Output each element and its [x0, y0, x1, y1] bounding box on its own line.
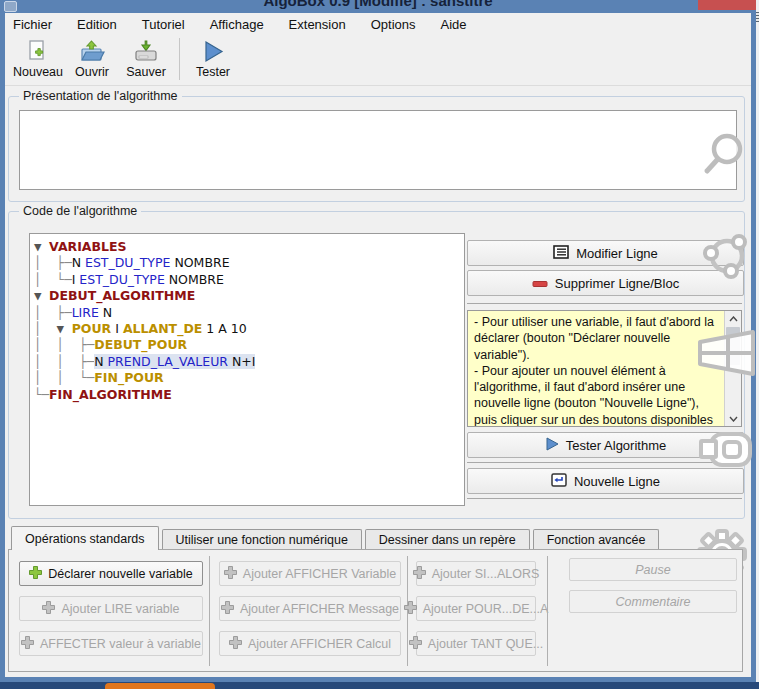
tree-guides: │ └─ — [34, 272, 72, 287]
algobox-window: AlgoBox 0.9 [Modifié] : sanstitre Fichie… — [0, 0, 756, 682]
menu-item-options[interactable]: Options — [371, 17, 416, 32]
menu-item-tutoriel[interactable]: Tutoriel — [142, 17, 185, 32]
tab-operations-standards[interactable]: Opérations standards — [11, 526, 159, 550]
action-button-label: Pause — [635, 563, 670, 577]
tree-row[interactable]: ▼ VARIABLES — [34, 239, 464, 255]
column-divider — [209, 556, 210, 666]
tab-fonction-avancee[interactable]: Fonction avancée — [533, 529, 660, 550]
tree-row[interactable]: │ │ ├─N PREND_LA_VALEUR N+I — [34, 354, 464, 370]
tree-line: N EST_DU_TYPE NOMBRE — [72, 255, 230, 270]
tree-row[interactable]: │ ├─LIRE N — [34, 305, 464, 321]
tree-row[interactable]: │ ▼ POUR I ALLANT_DE 1 A 10 — [34, 321, 464, 337]
menu-item-fichier[interactable]: Fichier — [13, 17, 52, 32]
tab-dessiner-dans-un-repere[interactable]: Dessiner dans un repère — [365, 529, 530, 550]
action-button-ajouter-pour-de-a[interactable]: Ajouter POUR...DE...A — [416, 596, 536, 621]
action-button-ajouter-afficher-message[interactable]: Ajouter AFFICHER Message — [219, 596, 401, 621]
tree-guides: │ │ ├─ — [34, 337, 94, 352]
toolbar-button-sauver[interactable]: Sauver — [119, 36, 173, 84]
plus-icon — [29, 566, 42, 582]
tree-line: FIN_ALGORITHME — [49, 387, 172, 402]
panel-separator — [467, 303, 742, 304]
scroll-up-arrow[interactable] — [725, 311, 741, 326]
action-button-ajouter-lire-variable[interactable]: Ajouter LIRE variable — [19, 596, 203, 621]
action-button-label: Commentaire — [615, 595, 690, 609]
title-bar[interactable]: AlgoBox 0.9 [Modifié] : sanstitre — [0, 0, 756, 13]
code-group-title: Code de l'algorithme — [19, 204, 141, 218]
tree-line: LIRE N — [72, 305, 113, 320]
action-button-label: AFFECTER valeur à variable — [40, 637, 201, 651]
action-button-declarer-nouvelle-variable[interactable]: Déclarer nouvelle variable — [19, 561, 203, 586]
tree-row[interactable]: │ ├─N EST_DU_TYPE NOMBRE — [34, 255, 464, 271]
tab-utiliser-une-fonction-numerique[interactable]: Utiliser une fonction numérique — [162, 529, 362, 550]
tree-line: FIN_POUR — [94, 370, 163, 385]
tree-line: VARIABLES — [49, 239, 126, 254]
toolbar-separator — [5, 85, 751, 86]
action-button-ajouter-afficher-variable[interactable]: Ajouter AFFICHER Variable — [219, 561, 401, 586]
plus-icon-disabled — [42, 601, 55, 617]
tree-guides: │ │ └─ — [34, 370, 94, 385]
tree-guides: │ ├─ — [34, 255, 72, 270]
expander-triangle-icon[interactable]: ▼ — [34, 288, 42, 303]
tree-row[interactable]: │ └─I EST_DU_TYPE NOMBRE — [34, 272, 464, 288]
modify-line-button[interactable]: Modifier Ligne — [467, 240, 744, 266]
toolbar-button-nouveau[interactable]: Nouveau — [11, 36, 65, 84]
algorithm-tree[interactable]: ▼ VARIABLES│ ├─N EST_DU_TYPE NOMBRE│ └─I… — [29, 233, 465, 506]
action-column-2: Ajouter AFFICHER VariableAjouter AFFICHE… — [219, 561, 401, 656]
action-button-ajouter-tant-que[interactable]: Ajouter TANT QUE... — [416, 631, 536, 656]
help-box: - Pour utiliser une variable, il faut d'… — [467, 310, 742, 427]
return-icon — [551, 473, 567, 490]
scrollbar-thumb[interactable] — [726, 327, 740, 365]
tree-guides: │ │ ├─ — [34, 354, 94, 369]
action-button-affecter-valeur-a-variable[interactable]: AFFECTER valeur à variable — [19, 631, 203, 656]
open-folder-icon — [79, 38, 105, 64]
menu-item-aide[interactable]: Aide — [441, 17, 467, 32]
client-area: FichierEditionTutorielAffichageExtension… — [5, 13, 751, 677]
presentation-textarea[interactable] — [19, 110, 737, 190]
scroll-down-arrow[interactable] — [725, 411, 741, 426]
close-button[interactable] — [698, 0, 757, 10]
tree-row[interactable]: ▼ DEBUT_ALGORITHME — [34, 288, 464, 304]
menu-item-extension[interactable]: Extension — [289, 17, 346, 32]
help-scrollbar[interactable] — [724, 311, 741, 426]
plus-icon-disabled — [229, 636, 242, 652]
action-button-ajouter-afficher-calcul[interactable]: Ajouter AFFICHER Calcul — [219, 631, 401, 656]
column-divider — [547, 556, 548, 666]
expander-triangle-icon[interactable]: ▼ — [34, 239, 42, 254]
tree-row[interactable]: │ │ ├─DEBUT_POUR — [34, 337, 464, 353]
menu-item-edition[interactable]: Edition — [77, 17, 117, 32]
action-button-commentaire[interactable]: Commentaire — [569, 590, 737, 613]
tree-guides: ▼ — [34, 288, 49, 303]
tree-line: DEBUT_POUR — [94, 337, 187, 352]
action-button-pause[interactable]: Pause — [569, 558, 737, 581]
action-button-label: Ajouter AFFICHER Calcul — [248, 637, 391, 651]
action-column-4: PauseCommentaire — [569, 558, 737, 613]
plus-icon-disabled — [224, 566, 237, 582]
delete-line-label: Supprimer Ligne/Bloc — [555, 276, 679, 291]
plus-icon-disabled — [413, 566, 426, 582]
tree-line: I EST_DU_TYPE NOMBRE — [72, 272, 224, 287]
tree-line: DEBUT_ALGORITHME — [49, 288, 195, 303]
action-column-1: Déclarer nouvelle variableAjouter LIRE v… — [19, 561, 203, 656]
action-column-3: Ajouter SI...ALORSAjouter POUR...DE...AA… — [416, 561, 536, 656]
tree-guides: └─ — [34, 387, 49, 402]
panel-separator — [467, 498, 742, 499]
test-algorithm-button[interactable]: Tester Algorithme — [467, 432, 744, 458]
delete-line-button[interactable]: Supprimer Ligne/Bloc — [467, 270, 744, 296]
minus-icon — [532, 276, 548, 291]
operations-panel: Déclarer nouvelle variableAjouter LIRE v… — [8, 549, 743, 672]
menu-item-affichage[interactable]: Affichage — [210, 17, 264, 32]
toolbar-button-ouvrir[interactable]: Ouvrir — [65, 36, 119, 84]
action-button-ajouter-si-alors[interactable]: Ajouter SI...ALORS — [416, 561, 536, 586]
tree-row[interactable]: │ │ └─FIN_POUR — [34, 370, 464, 386]
new-line-button[interactable]: Nouvelle Ligne — [467, 468, 744, 494]
toolbar-label: Tester — [196, 65, 230, 79]
test-algorithm-label: Tester Algorithme — [566, 438, 666, 453]
expander-triangle-icon[interactable]: ▼ — [57, 321, 65, 336]
tree-row[interactable]: └─FIN_ALGORITHME — [34, 387, 464, 403]
toolbar-button-tester[interactable]: Tester — [186, 36, 240, 84]
plus-icon-disabled — [21, 636, 34, 652]
help-text: - Pour utiliser une variable, il faut d'… — [468, 311, 724, 426]
plus-icon-disabled — [404, 601, 417, 617]
modify-line-label: Modifier Ligne — [576, 246, 658, 261]
new-line-label: Nouvelle Ligne — [574, 474, 660, 489]
